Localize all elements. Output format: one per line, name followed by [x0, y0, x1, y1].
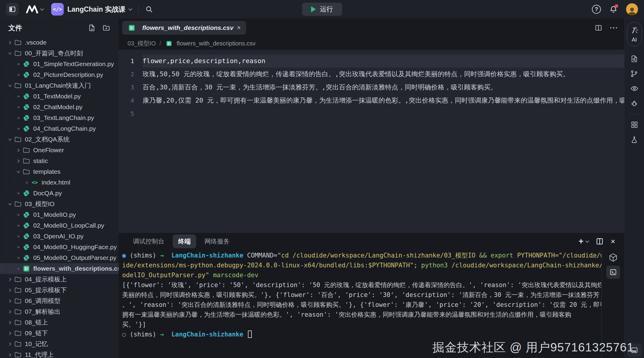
tree-item-04_ChatLongChain.py[interactable]: 04_ChatLongChain.py [0, 123, 119, 134]
close-panel-button[interactable]: × [611, 237, 615, 245]
test-button[interactable] [625, 132, 644, 147]
help-button[interactable]: ? [592, 5, 601, 14]
tree-item-01_TextModel.py[interactable]: 01_TextModel.py [0, 91, 119, 102]
tree-item-01_SimpleTextGeneration.py[interactable]: 01_SimpleTextGeneration.py [0, 59, 119, 69]
new-file-button[interactable] [88, 24, 96, 32]
tree-item-01_LangChain快速入门[interactable]: 01_LangChain快速入门 [0, 80, 119, 91]
tree-item-flowers_with_descriptions.csv[interactable]: flowers_with_descriptions.csv [0, 263, 119, 274]
terminal-output[interactable]: ● (shims) → LangChain-shizhanke COMMAND=… [119, 250, 601, 358]
tree-item-label: 02_文档QA系统 [25, 135, 69, 144]
tree-item-09_链下[interactable]: 09_链下 [0, 328, 119, 339]
chevron-down-icon[interactable] [6, 51, 14, 55]
extensions-button[interactable] [625, 117, 644, 132]
project-switcher[interactable]: </> LangChain 实战课 [51, 3, 132, 16]
ai-assistant-button[interactable]: AI [627, 22, 642, 46]
new-terminal-button[interactable]: + [578, 237, 588, 246]
file-search-button[interactable] [625, 51, 644, 66]
bottom-panel-toggle-button[interactable] [627, 344, 642, 357]
search-button[interactable] [145, 5, 153, 13]
tree-item-.vscode[interactable]: .vscode [0, 37, 119, 48]
tree-item-static[interactable]: static [0, 156, 119, 166]
project-name: LangChain 实战课 [67, 5, 125, 14]
tree-item-templates[interactable]: templates [0, 166, 119, 177]
panel-tab-终端[interactable]: 终端 [173, 234, 196, 248]
panel-tab-网络服务[interactable]: 网络服务 [199, 234, 235, 248]
split-terminal-button[interactable] [596, 237, 604, 245]
chevron-down-icon[interactable] [6, 202, 14, 206]
source-control-button[interactable] [625, 66, 644, 81]
split-editor-button[interactable] [595, 24, 602, 32]
layout-sidebar-icon [9, 6, 16, 13]
tree-item-03_模型IO[interactable]: 03_模型IO [0, 199, 119, 209]
breadcrumb-folder[interactable]: 03_模型IO [128, 39, 156, 48]
scroll-top-icon[interactable] [592, 255, 597, 258]
tree-item-08_链上[interactable]: 08_链上 [0, 317, 119, 328]
chevron-right-icon[interactable] [6, 41, 14, 45]
code-editor[interactable]: 1flower,price,description,reason2玫瑰,50,5… [119, 50, 624, 232]
folder-icon [14, 297, 22, 304]
chevron-right-icon[interactable] [6, 299, 14, 303]
file-status-dot [14, 192, 22, 194]
python-file-icon [22, 71, 31, 78]
chevron-right-icon[interactable] [6, 331, 14, 335]
tree-item-03_OpenAI_IO.py[interactable]: 03_OpenAI_IO.py [0, 231, 119, 242]
tab-close-icon[interactable]: × [237, 25, 241, 31]
debug-button[interactable] [625, 96, 644, 111]
tree-item-label: 04_ChatLongChain.py [33, 125, 96, 132]
line-text: 玫瑰,50,50 元的玫瑰，绽放着爱情的绚烂，传递着深情的告白。,突出玫瑰代表爱… [143, 68, 624, 81]
tree-item-11_代理上[interactable]: 11_代理上 [0, 349, 119, 358]
notifications-button[interactable] [609, 5, 618, 13]
tree-item-10_记忆[interactable]: 10_记忆 [0, 339, 119, 349]
breadcrumb[interactable]: 03_模型IO / flowers_with_descriptions.csv [119, 37, 624, 50]
tree-item-04_提示模板上[interactable]: 04_提示模板上 [0, 274, 119, 285]
chevron-right-icon[interactable] [14, 159, 22, 163]
panel-tab-调试控制台[interactable]: 调试控制台 [128, 234, 170, 248]
code-line-4[interactable]: 4康乃馨,20,仅需 20 元，即可拥有一束温馨美丽的康乃馨，为生活增添一抹温暖… [119, 94, 624, 107]
tree-item-07_解析输出[interactable]: 07_解析输出 [0, 306, 119, 317]
tree-item-06_调用模型[interactable]: 06_调用模型 [0, 295, 119, 306]
code-line-3[interactable]: 3百合,30,清新百合，30 元一束，为生活增添一抹淡雅芬芳。,突出百合的清新淡… [119, 81, 624, 94]
tree-item-00_开篇词_奇点时刻[interactable]: 00_开篇词_奇点时刻 [0, 48, 119, 59]
chevron-right-icon[interactable] [14, 148, 22, 152]
tree-item-index.html[interactable]: <>index.html [0, 177, 119, 188]
folder-icon [22, 157, 31, 164]
tree-item-03_TextLangChain.py[interactable]: 03_TextLangChain.py [0, 112, 119, 123]
tree-item-DocQA.py[interactable]: DocQA.py [0, 188, 119, 199]
chevron-right-icon[interactable] [6, 278, 14, 281]
tree-item-01_ModelIO.py[interactable]: 01_ModelIO.py [0, 209, 119, 220]
terminal-dropdown-icon[interactable] [585, 239, 589, 243]
sidebar-toggle-button[interactable] [6, 3, 19, 16]
chevron-down-icon[interactable] [6, 84, 14, 88]
tree-item-05_ModelIO_OutputParser.py[interactable]: 05_ModelIO_OutputParser.py [0, 252, 119, 263]
marscode-logo[interactable] [25, 5, 43, 14]
tree-item-02_ModelIO_LoopCall.py[interactable]: 02_ModelIO_LoopCall.py [0, 220, 119, 231]
indent-guide [6, 220, 14, 231]
terminal-session-active[interactable] [606, 266, 620, 279]
breadcrumb-file[interactable]: flowers_with_descriptions.csv [177, 40, 255, 47]
tree-item-05_提示模板下[interactable]: 05_提示模板下 [0, 285, 119, 295]
tree-item-02_PictureDescription.py[interactable]: 02_PictureDescription.py [0, 69, 119, 80]
chevron-right-icon[interactable] [6, 288, 14, 292]
code-line-1[interactable]: 1flower,price,description,reason [119, 54, 624, 68]
terminal-session-cube-icon[interactable] [609, 253, 618, 262]
panel-bottom-icon [631, 347, 638, 354]
editor-tab-flowers-csv[interactable]: flowers_with_descriptions.csv × [122, 21, 246, 35]
tree-item-OneFlower[interactable]: OneFlower [0, 145, 119, 156]
chevron-right-icon[interactable] [6, 353, 14, 357]
more-actions-button[interactable] [610, 27, 617, 29]
chevron-down-icon[interactable] [14, 170, 22, 174]
chevron-right-icon[interactable] [6, 342, 14, 346]
chevron-right-icon[interactable] [6, 310, 14, 314]
run-button[interactable]: 运行 [302, 3, 342, 16]
chevron-down-icon[interactable] [6, 138, 14, 141]
tree-item-04_ModelIO_HuggingFace.py[interactable]: 04_ModelIO_HuggingFace.py [0, 242, 119, 252]
new-folder-button[interactable] [102, 24, 110, 32]
avatar[interactable] [626, 3, 638, 15]
tree-item-02_文档QA系统[interactable]: 02_文档QA系统 [0, 134, 119, 145]
preview-button[interactable] [625, 81, 644, 96]
chevron-right-icon[interactable] [6, 321, 14, 325]
code-line-5[interactable]: 5 [119, 107, 624, 120]
file-status-dot [14, 74, 22, 76]
tree-item-02_ChatModel.py[interactable]: 02_ChatModel.py [0, 102, 119, 112]
code-line-2[interactable]: 2玫瑰,50,50 元的玫瑰，绽放着爱情的绚烂，传递着深情的告白。,突出玫瑰代表… [119, 68, 624, 81]
